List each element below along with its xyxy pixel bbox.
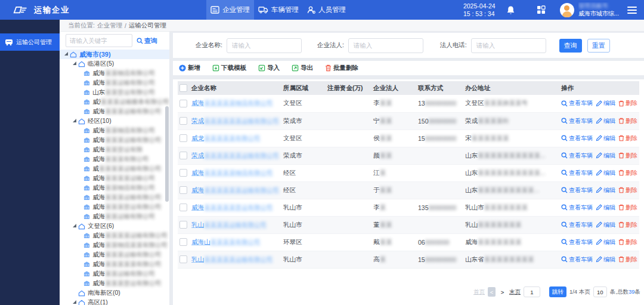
tree-node-district[interactable]: 文登区(6)	[60, 221, 169, 231]
delete-button[interactable]: 删除	[618, 204, 637, 212]
user-avatar[interactable]	[560, 3, 574, 17]
select-all-checkbox[interactable]	[179, 84, 187, 92]
row-checkbox[interactable]	[179, 100, 187, 107]
tree-node-company[interactable]: 威海某某某某某有限公司	[60, 260, 169, 269]
legal-person-input[interactable]	[348, 38, 423, 53]
tree-scrollbar[interactable]	[165, 106, 169, 202]
view-vehicles-button[interactable]: 查看车辆	[561, 169, 593, 177]
company-name-link[interactable]: 荣成某某某某某某运输有限公司	[191, 152, 279, 159]
tree-search-input[interactable]	[66, 34, 132, 47]
edit-button[interactable]: 编辑	[596, 152, 615, 160]
view-vehicles-button[interactable]: 查看车辆	[561, 186, 593, 195]
row-checkbox[interactable]	[179, 255, 187, 263]
import-button[interactable]: 导入	[258, 64, 280, 72]
tree-node-company[interactable]: 威某某某某运输有限公司	[60, 164, 169, 174]
tree-node-district[interactable]: 临港区(5)	[60, 59, 169, 69]
view-vehicles-button[interactable]: 查看车辆	[561, 204, 593, 212]
pagination-prev[interactable]: <	[488, 287, 496, 297]
view-vehicles-button[interactable]: 查看车辆	[561, 221, 593, 229]
edit-button[interactable]: 编辑	[596, 117, 615, 125]
pagination-last[interactable]: 末页	[509, 288, 521, 296]
edit-button[interactable]: 编辑	[596, 134, 615, 143]
delete-button[interactable]: 删除	[618, 255, 637, 264]
tree-node-company[interactable]: 威海某某某有限公司	[60, 155, 169, 164]
edit-button[interactable]: 编辑	[596, 204, 615, 212]
row-checkbox[interactable]	[179, 152, 187, 159]
company-name-link[interactable]: 威龙某某某某某有限公司	[191, 134, 261, 141]
sidebar-item-transport-company-mgmt[interactable]: 运输公司管理	[0, 33, 60, 51]
tree-node-company[interactable]: 威海某某某运输有限公司	[60, 107, 169, 116]
edit-button[interactable]: 编辑	[596, 221, 615, 229]
expand-caret-icon[interactable]	[73, 119, 76, 122]
delete-button[interactable]: 删除	[618, 186, 637, 195]
company-name-link[interactable]: 乳山某某某某运输有限公司	[191, 221, 267, 228]
edit-button[interactable]: 编辑	[596, 255, 615, 264]
view-vehicles-button[interactable]: 查看车辆	[561, 255, 593, 264]
tree-node-company[interactable]: 威海某某运输有限公司	[60, 212, 169, 221]
jump-button[interactable]: 跳转	[549, 286, 566, 297]
row-checkbox[interactable]	[179, 134, 187, 142]
edit-button[interactable]: 编辑	[596, 99, 615, 107]
tree-node-district[interactable]: 高区(1)	[60, 298, 169, 305]
delete-button[interactable]: 删除	[618, 117, 637, 125]
menu-hamburger-icon[interactable]	[627, 7, 637, 14]
delete-button[interactable]: 删除	[618, 99, 637, 107]
row-checkbox[interactable]	[179, 169, 187, 177]
tree-node-company[interactable]: 威海某某某运输有限公司	[60, 193, 169, 202]
view-vehicles-button[interactable]: 查看车辆	[561, 99, 593, 107]
tree-search-button[interactable]: 查询	[137, 36, 157, 45]
tree-node-company[interactable]: 威海某某物流有限公司	[60, 183, 169, 193]
notification-bell-icon[interactable]	[506, 5, 515, 15]
view-vehicles-button[interactable]: 查看车辆	[561, 134, 593, 143]
tree-node-company[interactable]: 威海某某某运输服务有限公司	[60, 97, 169, 107]
tree-node-company[interactable]: 威海某某某运输有限公司	[60, 135, 169, 145]
tree-node-company[interactable]: 威海某某某货运有限公司	[60, 279, 169, 288]
search-button[interactable]: 查询	[559, 39, 582, 53]
view-vehicles-button[interactable]: 查看车辆	[561, 238, 593, 247]
edit-button[interactable]: 编辑	[596, 169, 615, 177]
nav-tab-vehicles[interactable]: 车辆管理	[254, 0, 303, 20]
view-vehicles-button[interactable]: 查看车辆	[561, 152, 593, 160]
tree-node-district[interactable]: 南海新区(0)	[60, 288, 169, 298]
pagination-first[interactable]: 首页	[473, 288, 485, 296]
company-name-link[interactable]: 威海某某某某某物流有限公司	[191, 99, 273, 106]
row-checkbox[interactable]	[179, 117, 187, 125]
tree-node-company[interactable]: 威海某某某某运输公司	[60, 174, 169, 183]
row-checkbox[interactable]	[179, 186, 187, 194]
edit-button[interactable]: 编辑	[596, 238, 615, 247]
expand-caret-icon[interactable]	[73, 300, 76, 304]
tree-node-company[interactable]: 威海某某某运输有限公司	[60, 250, 169, 260]
page-number-input[interactable]	[524, 286, 540, 297]
tree-node-company[interactable]: 威海某某运输有限公司	[60, 78, 169, 88]
apps-grid-icon[interactable]	[537, 5, 546, 14]
company-name-link[interactable]: 威海某某某某某物流有限公司	[191, 169, 273, 176]
delete-button[interactable]: 删除	[618, 134, 637, 143]
tree-node-company[interactable]: 威海某某物流有限公司	[60, 126, 169, 135]
pagination-next[interactable]: >	[499, 287, 506, 297]
tree-node-company[interactable]: 威海某某某某运输有限公司	[60, 231, 169, 241]
tree-node-company[interactable]: 威海某某物流某某有限公司	[60, 241, 169, 250]
view-vehicles-button[interactable]: 查看车辆	[561, 117, 593, 125]
expand-caret-icon[interactable]	[64, 52, 68, 56]
company-name-link[interactable]: 威海某某某某某货运有限公司	[191, 204, 273, 211]
tree-node-company[interactable]: 威海某某运输有限公司	[60, 269, 169, 279]
nav-tab-personnel[interactable]: 人员管理	[303, 0, 350, 20]
tree-node-district[interactable]: 经区(10)	[60, 116, 169, 126]
batch-delete-button[interactable]: 批量删除	[325, 64, 358, 72]
expand-caret-icon[interactable]	[73, 61, 76, 65]
company-name-link[interactable]: 威海山某某某某有限公司	[191, 238, 261, 245]
tree-node-company[interactable]: 山东某某货运有限公司	[60, 88, 169, 97]
expand-caret-icon[interactable]	[73, 224, 76, 227]
row-checkbox[interactable]	[179, 221, 187, 229]
edit-button[interactable]: 编辑	[596, 186, 615, 195]
delete-button[interactable]: 删除	[618, 221, 637, 229]
reset-button[interactable]: 重置	[587, 39, 610, 53]
company-name-link[interactable]: 乳山某某某某某运输有限公司	[191, 255, 273, 263]
nav-tab-enterprise[interactable]: 企业管理	[206, 0, 254, 20]
delete-button[interactable]: 删除	[618, 152, 637, 160]
company-name-input[interactable]	[227, 38, 302, 53]
export-button[interactable]: 导出	[292, 64, 313, 72]
company-name-link[interactable]: 荣成某某某某某某运输有限公司	[191, 117, 279, 124]
legal-phone-input[interactable]	[471, 38, 546, 53]
breadcrumb-parent[interactable]: 企业管理	[97, 21, 122, 30]
